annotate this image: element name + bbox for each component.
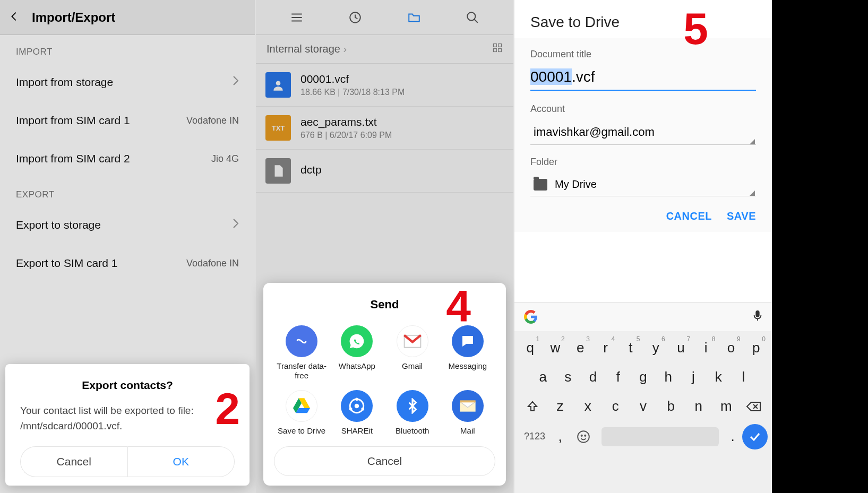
key-j[interactable]: j bbox=[681, 364, 706, 391]
google-icon[interactable] bbox=[523, 309, 539, 325]
svg-point-21 bbox=[581, 435, 582, 436]
cancel-button[interactable]: Cancel bbox=[20, 446, 127, 477]
panel-file-manager: Internal storage › 00001.vcf 18.66 KB | … bbox=[256, 0, 513, 493]
svg-point-13 bbox=[356, 397, 359, 401]
folder-icon bbox=[534, 179, 547, 191]
key-r[interactable]: r4 bbox=[593, 334, 618, 361]
svg-point-14 bbox=[362, 408, 365, 411]
share-app-bluetooth[interactable]: Bluetooth bbox=[385, 390, 440, 436]
share-app-whatsapp[interactable]: WhatsApp bbox=[329, 325, 384, 380]
step-number: 5 bbox=[683, 3, 708, 55]
bluetooth-icon bbox=[397, 390, 428, 422]
step-number: 2 bbox=[215, 383, 240, 435]
app-label: SHAREit bbox=[341, 426, 373, 436]
account-dropdown[interactable]: imavishkar@gmail.com bbox=[530, 120, 756, 145]
key-z[interactable]: z bbox=[546, 393, 574, 420]
key-k[interactable]: k bbox=[706, 364, 731, 391]
app-label: Messaging bbox=[449, 361, 487, 371]
key-t[interactable]: t5 bbox=[618, 334, 643, 361]
keyboard-row-2: a s d f g h j k l bbox=[514, 361, 772, 391]
dropdown-icon bbox=[750, 191, 755, 196]
period-key[interactable]: . bbox=[723, 423, 742, 450]
svg-point-15 bbox=[349, 408, 353, 411]
enter-key[interactable] bbox=[742, 424, 768, 449]
mail-icon bbox=[452, 390, 484, 422]
key-m[interactable]: m bbox=[712, 393, 740, 420]
share-sheet: Send 4 Transfer data-free WhatsApp Gmail… bbox=[263, 283, 506, 486]
folder-label: Folder bbox=[530, 157, 756, 168]
doc-title-label: Document title bbox=[530, 49, 756, 60]
doc-title-selected: 00001 bbox=[530, 68, 572, 85]
svg-rect-17 bbox=[460, 400, 475, 402]
app-label: Transfer data-free bbox=[274, 361, 329, 380]
dialog-title: Export contacts? bbox=[20, 379, 235, 392]
cancel-button[interactable]: CANCEL bbox=[666, 210, 712, 222]
key-c[interactable]: c bbox=[601, 393, 629, 420]
key-v[interactable]: v bbox=[629, 393, 657, 420]
key-n[interactable]: n bbox=[685, 393, 712, 420]
ok-button[interactable]: OK bbox=[127, 446, 235, 477]
emoji-key[interactable] bbox=[570, 430, 597, 444]
app-label: Save to Drive bbox=[278, 426, 325, 436]
cancel-button[interactable]: Cancel bbox=[274, 446, 495, 476]
space-key[interactable] bbox=[601, 427, 719, 446]
folder-dropdown[interactable]: My Drive bbox=[530, 173, 756, 196]
dialog-body: Your contact list will be exported to fi… bbox=[20, 403, 235, 434]
panel-import-export: Import/Export IMPORT Import from storage… bbox=[0, 0, 255, 493]
svg-point-12 bbox=[355, 404, 359, 409]
folder-value: My Drive bbox=[555, 178, 597, 191]
panel-save-to-drive: Save to Drive 5 Document title 00001.vcf… bbox=[514, 0, 772, 493]
svg-point-20 bbox=[578, 431, 589, 443]
page-title: Save to Drive bbox=[514, 0, 772, 38]
key-g[interactable]: g bbox=[631, 364, 656, 391]
share-app-messaging[interactable]: Messaging bbox=[440, 325, 495, 380]
svg-point-22 bbox=[585, 435, 586, 436]
doc-title-input[interactable]: 00001.vcf bbox=[530, 65, 756, 91]
shareit-icon bbox=[341, 390, 373, 422]
key-a[interactable]: a bbox=[530, 364, 555, 391]
keyboard-row-4: ?123 , . bbox=[514, 420, 772, 453]
shift-key[interactable] bbox=[519, 400, 546, 413]
key-f[interactable]: f bbox=[606, 364, 631, 391]
step-number: 4 bbox=[446, 281, 471, 332]
keyboard: q1 w2 e3 r4 t5 y6 u7 i8 o9 p0 a s d f g … bbox=[514, 302, 772, 493]
share-app-drive[interactable]: Save to Drive bbox=[274, 390, 329, 436]
share-app-mail[interactable]: Mail bbox=[440, 390, 495, 436]
key-s[interactable]: s bbox=[555, 364, 580, 391]
export-confirm-dialog: Export contacts? Your contact list will … bbox=[5, 364, 250, 486]
account-label: Account bbox=[530, 103, 756, 115]
drive-icon bbox=[286, 390, 317, 422]
mic-icon[interactable] bbox=[752, 309, 763, 325]
doc-title-rest: .vcf bbox=[572, 68, 595, 85]
key-b[interactable]: b bbox=[657, 393, 685, 420]
keyboard-row-3: z x c v b n m bbox=[514, 391, 772, 420]
transfer-icon bbox=[286, 325, 317, 357]
gmail-icon bbox=[397, 325, 428, 357]
comma-key[interactable]: , bbox=[551, 423, 570, 450]
key-l[interactable]: l bbox=[731, 364, 756, 391]
symbols-key[interactable]: ?123 bbox=[519, 431, 551, 442]
app-label: Gmail bbox=[402, 361, 423, 371]
account-value: imavishkar@gmail.com bbox=[534, 125, 655, 139]
key-e[interactable]: e3 bbox=[568, 334, 593, 361]
whatsapp-icon bbox=[341, 325, 373, 357]
app-label: Mail bbox=[460, 426, 475, 436]
share-app-transfer[interactable]: Transfer data-free bbox=[274, 325, 329, 380]
share-app-gmail[interactable]: Gmail bbox=[385, 325, 440, 380]
keyboard-row-1: q1 w2 e3 r4 t5 y6 u7 i8 o9 p0 bbox=[514, 331, 772, 361]
key-q[interactable]: q1 bbox=[518, 334, 543, 361]
app-label: WhatsApp bbox=[339, 361, 375, 371]
key-y[interactable]: y6 bbox=[643, 334, 668, 361]
key-i[interactable]: i8 bbox=[693, 334, 718, 361]
key-x[interactable]: x bbox=[574, 393, 601, 420]
key-h[interactable]: h bbox=[656, 364, 681, 391]
key-o[interactable]: o9 bbox=[718, 334, 743, 361]
key-p[interactable]: p0 bbox=[744, 334, 769, 361]
key-d[interactable]: d bbox=[580, 364, 605, 391]
key-u[interactable]: u7 bbox=[668, 334, 693, 361]
dropdown-icon bbox=[750, 139, 755, 144]
key-w[interactable]: w2 bbox=[543, 334, 568, 361]
share-app-shareit[interactable]: SHAREit bbox=[329, 390, 384, 436]
backspace-key[interactable] bbox=[740, 400, 768, 413]
save-button[interactable]: SAVE bbox=[727, 210, 756, 222]
